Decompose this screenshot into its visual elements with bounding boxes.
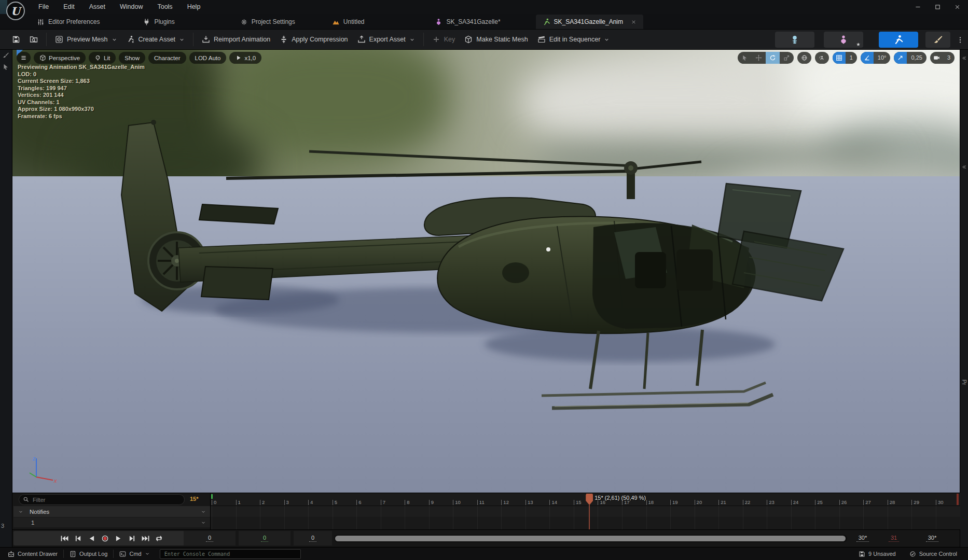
- menu-edit[interactable]: Edit: [56, 0, 82, 14]
- expand-panel-icon[interactable]: [961, 56, 967, 62]
- unsaved-button[interactable]: 9 Unsaved: [853, 548, 902, 560]
- output-log-button[interactable]: Output Log: [64, 548, 113, 560]
- create-asset-button[interactable]: Create Asset: [122, 32, 190, 47]
- rotate-tool[interactable]: [766, 52, 780, 64]
- chevron-down-icon[interactable]: [201, 520, 206, 525]
- vp-character[interactable]: Character: [148, 52, 186, 64]
- browse-to-asset-button[interactable]: [25, 32, 43, 47]
- select-tool[interactable]: [738, 52, 752, 64]
- world-coordinate-button[interactable]: [797, 52, 811, 64]
- step-forward-button[interactable]: [128, 535, 136, 542]
- timeline-lanes[interactable]: [211, 506, 960, 529]
- mode-skeletal-mesh[interactable]: [824, 32, 863, 48]
- viewport-toolbar: PerspectiveLitShowCharacterLOD Autox1,0: [17, 52, 261, 64]
- record-button[interactable]: [101, 535, 109, 542]
- vp-playback-speed[interactable]: x1,0: [229, 52, 261, 64]
- edit-strip-icon[interactable]: [2, 52, 9, 59]
- current-frame-field[interactable]: 0: [239, 531, 291, 545]
- minimize-button[interactable]: [910, 2, 925, 13]
- chevron-down-icon[interactable]: [201, 509, 206, 514]
- camera-icon[interactable]: [930, 52, 943, 64]
- rotation-snap-value[interactable]: 10°: [874, 52, 891, 64]
- save-button[interactable]: [7, 32, 25, 47]
- more-options-icon[interactable]: [957, 36, 964, 44]
- timeline-ruler[interactable]: 0123456789101112131415161718192021222324…: [211, 493, 960, 506]
- select-strip-icon[interactable]: [2, 63, 9, 71]
- notifies-track-header[interactable]: Notifies: [13, 506, 210, 517]
- close-button[interactable]: [949, 2, 965, 13]
- tab-sk-sa341gazelle-anim[interactable]: SK_SA341Gazelle_Anim: [536, 15, 643, 29]
- timeline-scrollbar[interactable]: [334, 535, 847, 542]
- angle-icon[interactable]: [861, 52, 874, 64]
- notify-filter-input[interactable]: [19, 494, 185, 505]
- scale-snap-control[interactable]: 0,25: [894, 52, 926, 64]
- move-tool[interactable]: [752, 52, 766, 64]
- helicopter-model[interactable]: [75, 117, 863, 418]
- preview-mesh-button[interactable]: Preview Mesh: [50, 32, 122, 47]
- notify-track-1[interactable]: 1: [13, 517, 210, 527]
- ruler-tick: 0: [212, 500, 216, 505]
- playback-range-field[interactable]: 30*: [915, 531, 949, 545]
- mode-physics[interactable]: [925, 32, 950, 48]
- current-time-field[interactable]: 0: [184, 531, 236, 545]
- lane-gridline: [815, 506, 815, 529]
- export-asset-button[interactable]: Export Asset: [353, 32, 420, 47]
- vp-lit[interactable]: Lit: [89, 52, 116, 64]
- console-command-input[interactable]: [160, 549, 301, 559]
- source-control-button[interactable]: Source Control: [904, 548, 963, 560]
- grid-snap-control[interactable]: 1: [833, 52, 857, 64]
- toolbar-separator: [46, 33, 47, 46]
- grid-snap-value[interactable]: 1: [846, 52, 857, 64]
- vp-perspective[interactable]: Perspective: [34, 52, 86, 64]
- tab-untitled[interactable]: Untitled: [325, 15, 371, 29]
- camera-speed-value[interactable]: 3: [943, 52, 955, 64]
- tab-editor-preferences[interactable]: Editor Preferences: [30, 15, 106, 29]
- menu-file[interactable]: File: [31, 0, 56, 14]
- edit-in-sequencer-button[interactable]: Edit in Sequencer: [533, 32, 615, 47]
- current-percent-field[interactable]: 0: [294, 531, 332, 545]
- play-button[interactable]: [114, 535, 123, 542]
- cmd-dropdown[interactable]: Cmd: [114, 548, 155, 560]
- content-drawer-button[interactable]: Content Drawer: [2, 548, 63, 560]
- frame-count-field[interactable]: 31: [877, 531, 911, 545]
- mode-animation[interactable]: [879, 32, 918, 48]
- to-end-button[interactable]: [141, 535, 150, 542]
- make-static-mesh-button[interactable]: Make Static Mesh: [460, 32, 532, 47]
- menu-help[interactable]: Help: [180, 0, 208, 14]
- loop-button[interactable]: [155, 535, 163, 542]
- close-icon[interactable]: [631, 19, 637, 25]
- tab-project-settings[interactable]: Project Settings: [233, 15, 302, 29]
- to-front-button[interactable]: [60, 535, 69, 542]
- camera-speed-control[interactable]: 3: [930, 52, 955, 64]
- menu-tools[interactable]: Tools: [150, 0, 179, 14]
- vp-lod-auto[interactable]: LOD Auto: [189, 52, 227, 64]
- ruler-tick: 22: [743, 500, 751, 505]
- grid-icon[interactable]: [833, 52, 846, 64]
- menu-window[interactable]: Window: [113, 0, 150, 14]
- range-end-field[interactable]: 30*: [846, 531, 880, 545]
- viewport[interactable]: PerspectiveLitShowCharacterLOD Autox1,0 …: [12, 50, 960, 493]
- diag-icon[interactable]: [894, 52, 907, 64]
- timeline-track-area[interactable]: 0123456789101112131415161718192021222324…: [210, 493, 960, 529]
- maximize-button[interactable]: [930, 2, 945, 13]
- notifies-lane[interactable]: [211, 506, 960, 517]
- menu-asset[interactable]: Asset: [82, 0, 113, 14]
- apply-compression-button[interactable]: Apply Compression: [275, 32, 352, 47]
- expand-panel-icon[interactable]: [961, 165, 967, 171]
- rotation-snap-control[interactable]: 10°: [861, 52, 891, 64]
- preview-panel-tab[interactable]: Pr: [961, 380, 967, 385]
- camera-follow-button[interactable]: [815, 52, 829, 64]
- tab-sk-sa341gazelle-[interactable]: SK_SA341Gazelle*: [428, 15, 507, 29]
- vp-show[interactable]: Show: [119, 52, 145, 64]
- scale-tool[interactable]: [780, 52, 794, 64]
- tab-plugins[interactable]: Plugins: [136, 15, 181, 29]
- scale-snap-value[interactable]: 0,25: [907, 52, 926, 64]
- play-reverse-button[interactable]: [87, 535, 96, 542]
- step-backward-button[interactable]: [74, 535, 82, 542]
- scrollbar-thumb[interactable]: [335, 536, 846, 541]
- track-1-lane[interactable]: [211, 517, 960, 527]
- vp-viewport-menu[interactable]: [17, 52, 31, 64]
- chevron-down-icon[interactable]: [18, 509, 23, 514]
- reimport-animation-button[interactable]: Reimport Animation: [197, 32, 275, 47]
- mode-skeleton[interactable]: [775, 32, 814, 48]
